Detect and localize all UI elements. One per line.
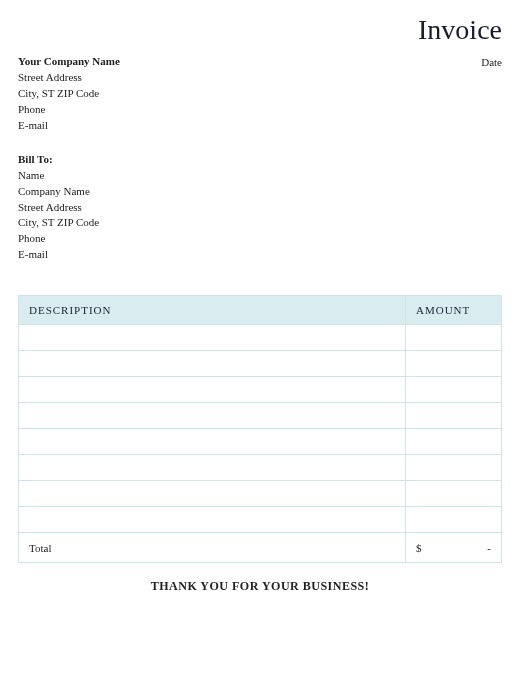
billto-address-block: Bill To: Name Company Name Street Addres… (18, 152, 502, 264)
table-row (19, 403, 502, 429)
total-label: Total (19, 533, 406, 563)
col-header-description: DESCRIPTION (19, 296, 406, 325)
from-address-block: Your Company Name Street Address City, S… (18, 54, 120, 134)
billto-name: Name (18, 168, 502, 184)
total-amount-cell: $ - (406, 533, 502, 563)
thank-you-message: THANK YOU FOR YOUR BUSINESS! (18, 579, 502, 594)
cell-desc (19, 429, 406, 455)
cell-desc (19, 351, 406, 377)
cell-amount (406, 403, 502, 429)
billto-phone: Phone (18, 231, 502, 247)
table-row (19, 325, 502, 351)
table-row (19, 455, 502, 481)
from-company: Your Company Name (18, 54, 120, 70)
from-citystzip: City, ST ZIP Code (18, 86, 120, 102)
billto-heading: Bill To: (18, 152, 502, 168)
table-row (19, 429, 502, 455)
billto-citystzip: City, ST ZIP Code (18, 215, 502, 231)
invoice-title: Invoice (18, 14, 502, 46)
table-row (19, 377, 502, 403)
cell-desc (19, 455, 406, 481)
cell-amount (406, 481, 502, 507)
billto-company: Company Name (18, 184, 502, 200)
cell-amount (406, 455, 502, 481)
from-street: Street Address (18, 70, 120, 86)
cell-amount (406, 377, 502, 403)
from-phone: Phone (18, 102, 120, 118)
table-row (19, 481, 502, 507)
table-row (19, 351, 502, 377)
invoice-table: DESCRIPTION AMOUNT Total $ - (18, 295, 502, 563)
cell-amount (406, 351, 502, 377)
from-email: E-mail (18, 118, 120, 134)
cell-desc (19, 403, 406, 429)
total-row: Total $ - (19, 533, 502, 563)
col-header-amount: AMOUNT (406, 296, 502, 325)
date-label: Date (462, 56, 502, 68)
cell-desc (19, 507, 406, 533)
total-currency: $ (416, 542, 422, 554)
cell-desc (19, 481, 406, 507)
cell-amount (406, 429, 502, 455)
cell-amount (406, 325, 502, 351)
table-row (19, 507, 502, 533)
billto-email: E-mail (18, 247, 502, 263)
cell-amount (406, 507, 502, 533)
total-value: - (487, 542, 491, 554)
cell-desc (19, 377, 406, 403)
billto-street: Street Address (18, 200, 502, 216)
cell-desc (19, 325, 406, 351)
